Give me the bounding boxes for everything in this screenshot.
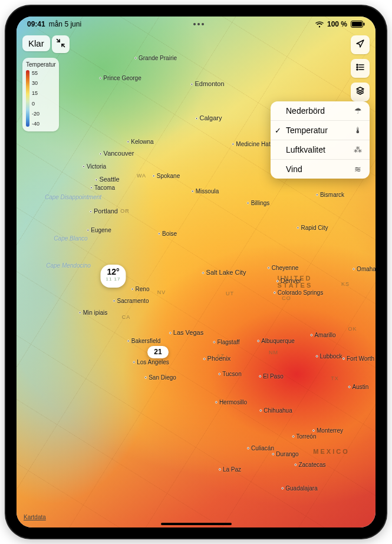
- multitask-dots[interactable]: [81, 23, 315, 25]
- legend-tick: 55: [32, 70, 39, 76]
- layer-item-precipitation[interactable]: Nederbörd ☂: [271, 101, 370, 121]
- legend-ticks: 55 30 15 0 -20 -40: [32, 70, 39, 127]
- location-bubble[interactable]: 21: [147, 346, 169, 358]
- layer-label: Temperatur: [286, 126, 353, 135]
- wifi-icon: [315, 21, 324, 28]
- location-arrow-icon: [355, 39, 365, 51]
- layer-menu: Nederbörd ☂ ✓ Temperatur 🌡 Luftkvalitet …: [271, 101, 370, 179]
- bubble-temp: 21: [151, 348, 164, 356]
- layer-item-wind[interactable]: Vind ≋: [271, 160, 370, 179]
- thermometer-icon: 🌡: [353, 126, 363, 135]
- layer-item-temperature[interactable]: ✓ Temperatur 🌡: [271, 121, 370, 140]
- battery-pct: 100 %: [327, 20, 347, 28]
- locate-me-button[interactable]: [351, 35, 370, 54]
- list-button[interactable]: [351, 59, 370, 78]
- battery-icon: [351, 21, 365, 28]
- ipad-frame: 09:41 mån 5 juni 100 % Klar: [6, 6, 386, 538]
- location-bubble[interactable]: 12°11 17: [100, 265, 126, 288]
- done-label: Klar: [28, 38, 44, 48]
- status-bar: 09:41 mån 5 juni 100 %: [17, 17, 375, 31]
- status-date: mån 5 juni: [49, 20, 81, 28]
- home-indicator[interactable]: [161, 523, 232, 525]
- check-icon: ✓: [275, 126, 281, 135]
- svg-point-7: [357, 69, 358, 70]
- arrows-in-icon: [56, 38, 65, 50]
- map-attribution[interactable]: Kartdata: [24, 514, 46, 520]
- collapse-button[interactable]: [52, 35, 70, 53]
- list-icon: [355, 62, 365, 74]
- bubble-sub: 11 17: [106, 276, 120, 282]
- svg-point-5: [357, 67, 358, 68]
- legend-tick: 0: [32, 101, 39, 107]
- screen: 09:41 mån 5 juni 100 % Klar: [17, 17, 375, 527]
- done-button[interactable]: Klar: [22, 35, 50, 51]
- legend-gradient: [26, 70, 29, 127]
- particles-icon: ⁂: [353, 145, 363, 154]
- layer-item-airquality[interactable]: Luftkvalitet ⁂: [271, 140, 370, 160]
- map-borders: [17, 17, 375, 527]
- status-time: 09:41: [27, 20, 45, 28]
- temperature-legend: Temperatur 55 30 15 0 -20 -40: [22, 58, 59, 131]
- legend-tick: 15: [32, 90, 39, 96]
- legend-tick: 30: [32, 80, 39, 86]
- layer-label: Vind: [286, 164, 353, 174]
- svg-rect-1: [352, 22, 362, 27]
- svg-rect-2: [364, 23, 365, 26]
- wind-icon: ≋: [353, 164, 363, 174]
- umbrella-icon: ☂: [353, 106, 363, 116]
- layers-icon: [355, 86, 365, 98]
- layer-label: Luftkvalitet: [286, 145, 353, 154]
- legend-tick: -40: [32, 121, 39, 127]
- bubble-temp: 12°: [106, 267, 120, 276]
- legend-title: Temperatur: [26, 61, 55, 68]
- layers-button[interactable]: [351, 83, 370, 101]
- legend-tick: -20: [32, 111, 39, 117]
- layer-label: Nederbörd: [286, 106, 353, 116]
- svg-point-3: [357, 64, 358, 65]
